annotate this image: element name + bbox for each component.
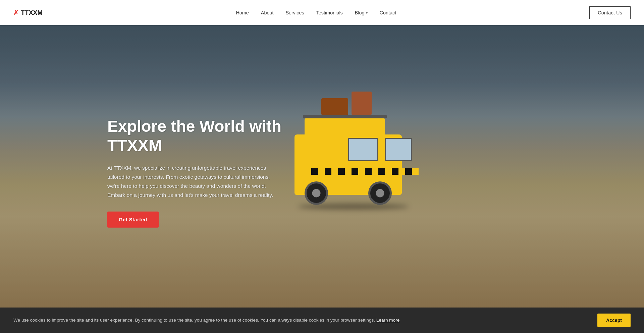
brand-name: TTXXM bbox=[21, 9, 43, 16]
van-window-mid bbox=[348, 138, 378, 161]
nav-link-contact[interactable]: Contact bbox=[380, 10, 396, 15]
nav-link-about[interactable]: About bbox=[261, 10, 274, 15]
brand-icon: ✗ bbox=[13, 9, 19, 16]
get-started-button[interactable]: Get Started bbox=[107, 212, 159, 228]
van-luggage2 bbox=[352, 92, 372, 115]
cookie-message: We use cookies to improve the site and i… bbox=[13, 317, 591, 324]
hero-title: Explore the World with TTXXM bbox=[107, 116, 282, 155]
hero-van-illustration bbox=[278, 108, 419, 215]
van-checker bbox=[311, 168, 419, 175]
van-luggage bbox=[321, 98, 348, 115]
van-window-front bbox=[385, 138, 412, 161]
van-roof-rack bbox=[303, 115, 387, 118]
hero-description: At TTXXM, we specialize in creating unfo… bbox=[107, 163, 282, 200]
nav-item-contact[interactable]: Contact bbox=[380, 10, 396, 16]
nav-item-home[interactable]: Home bbox=[236, 10, 249, 16]
nav-item-about[interactable]: About bbox=[261, 10, 274, 16]
nav-item-services[interactable]: Services bbox=[285, 10, 304, 16]
cookie-accept-button[interactable]: Accept bbox=[597, 314, 631, 327]
hero-section: Explore the World with TTXXM At TTXXM, w… bbox=[0, 0, 644, 333]
nav-item-testimonials[interactable]: Testimonials bbox=[316, 10, 343, 16]
nav-item-blog[interactable]: Blog ▾ bbox=[355, 10, 368, 15]
nav-link-home[interactable]: Home bbox=[236, 10, 249, 15]
nav-link-blog[interactable]: Blog ▾ bbox=[355, 10, 368, 15]
nav-link-testimonials[interactable]: Testimonials bbox=[316, 10, 343, 15]
chevron-down-icon: ▾ bbox=[366, 11, 368, 15]
hero-content: Explore the World with TTXXM At TTXXM, w… bbox=[107, 116, 282, 228]
brand-logo[interactable]: ✗ TTXXM bbox=[13, 9, 43, 16]
navbar: ✗ TTXXM Home About Services Testimonials… bbox=[0, 0, 644, 25]
van-wheel-right bbox=[368, 181, 392, 205]
cookie-banner: We use cookies to improve the site and i… bbox=[0, 308, 644, 333]
contact-us-button[interactable]: Contact Us bbox=[589, 6, 631, 19]
nav-link-services[interactable]: Services bbox=[285, 10, 304, 15]
van-wheel-left bbox=[305, 181, 328, 205]
nav-links: Home About Services Testimonials Blog ▾ … bbox=[236, 10, 396, 16]
van-roof bbox=[305, 118, 385, 138]
cookie-learn-more-link[interactable]: Learn more bbox=[376, 318, 400, 323]
